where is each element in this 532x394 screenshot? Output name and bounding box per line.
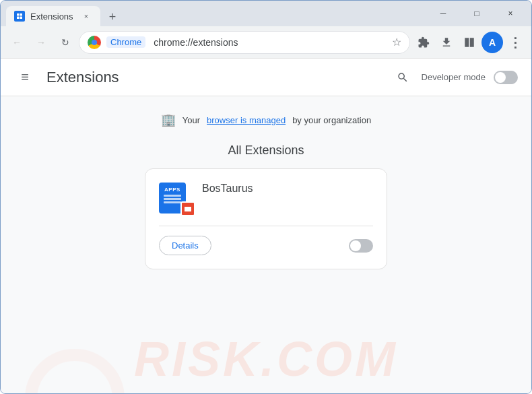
download-icon[interactable] [436, 32, 457, 53]
all-extensions-label: All Extensions [14, 143, 518, 158]
hamburger-menu-icon[interactable]: ≡ [14, 67, 36, 88]
icon-line-1 [164, 195, 181, 197]
chrome-logo-icon [88, 36, 101, 49]
watermark-text: RISK.COM [134, 331, 398, 387]
extension-enable-toggle[interactable] [349, 239, 373, 253]
developer-mode-label: Developer mode [422, 72, 486, 82]
managed-notice: 🏢 Your browser is managed by your organi… [14, 107, 518, 133]
apps-label: APPS [164, 187, 180, 193]
active-tab[interactable]: Extensions × [6, 6, 100, 26]
extension-icon-overlay [180, 201, 195, 216]
browser-window: Extensions × + ─ □ × ← → ↻ Chrome chrome… [0, 0, 532, 394]
forward-button[interactable]: → [30, 32, 52, 53]
tab-close-button[interactable]: × [80, 10, 92, 22]
icon-lines [164, 195, 181, 203]
url-text: chrome://extensions [154, 37, 387, 48]
svg-rect-1 [20, 13, 23, 16]
icon-line-2 [164, 198, 181, 200]
close-button[interactable]: × [495, 3, 526, 24]
extensions-icon[interactable] [413, 32, 434, 53]
extension-card: APPS BosTaurus D [145, 168, 387, 269]
tab-label: Extensions [30, 11, 73, 22]
star-icon[interactable]: ☆ [392, 36, 401, 48]
icon-line-3 [164, 201, 181, 203]
extension-name: BosTaurus [202, 183, 253, 195]
svg-rect-0 [17, 13, 20, 16]
search-button[interactable] [392, 67, 413, 88]
svg-point-4 [31, 355, 119, 393]
managed-text-suffix: by your organization [292, 115, 371, 125]
split-screen-icon[interactable] [459, 32, 480, 53]
tab-favicon [14, 11, 25, 22]
maximize-button[interactable]: □ [461, 3, 492, 24]
extensions-header: ≡ Extensions Developer mode [1, 59, 531, 96]
address-bar-icons: A ⋮ [413, 32, 526, 53]
extension-card-top: APPS BosTaurus [159, 183, 373, 215]
minimize-button[interactable]: ─ [428, 3, 459, 24]
details-button[interactable]: Details [159, 236, 211, 255]
menu-button[interactable]: ⋮ [504, 32, 526, 53]
developer-mode-toggle[interactable] [494, 71, 518, 84]
reload-button[interactable]: ↻ [55, 32, 76, 53]
header-right: Developer mode [392, 67, 518, 88]
managed-text-prefix: Your [182, 115, 200, 125]
chrome-label: Chrome [106, 36, 145, 48]
profile-button[interactable]: A [481, 32, 503, 53]
svg-rect-3 [20, 17, 23, 20]
page-content: RISK.COM ≡ Extensions Developer mode 🏢 Y… [1, 59, 531, 393]
extension-icon-wrap: APPS [159, 183, 191, 215]
building-icon: 🏢 [161, 112, 176, 127]
svg-rect-2 [17, 17, 20, 20]
new-tab-button[interactable]: + [103, 7, 122, 26]
back-button[interactable]: ← [6, 32, 28, 53]
tab-area: Extensions × + [6, 1, 428, 26]
page-title: Extensions [46, 69, 381, 86]
window-controls: ─ □ × [428, 3, 526, 24]
title-bar: Extensions × + ─ □ × [1, 1, 531, 26]
extension-card-bottom: Details [159, 226, 373, 255]
url-bar[interactable]: Chrome chrome://extensions ☆ [79, 31, 410, 54]
address-bar: ← → ↻ Chrome chrome://extensions ☆ A ⋮ [1, 26, 531, 59]
extensions-body: 🏢 Your browser is managed by your organi… [1, 96, 531, 280]
watermark: RISK.COM [1, 331, 531, 387]
managed-link[interactable]: browser is managed [207, 115, 286, 125]
